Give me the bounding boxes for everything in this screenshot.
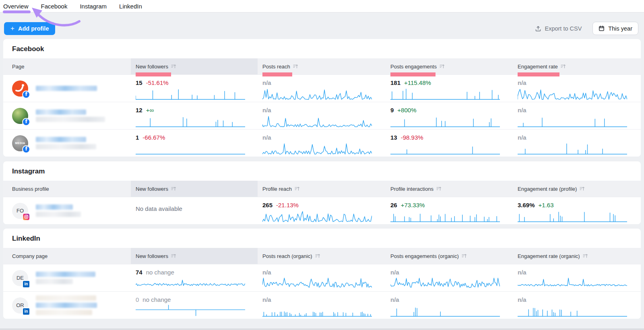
metric-value: n/a (262, 296, 271, 303)
export-csv-label: Export to CSV (545, 25, 582, 32)
metric-value: 1 (136, 134, 139, 141)
column-header-engagement-rate-organic[interactable]: Engagement rate (organic) (513, 248, 641, 264)
metric-cell: n/a (513, 292, 641, 319)
metric-value: n/a (518, 269, 526, 276)
profile-cell[interactable]: FO (3, 197, 131, 224)
sparkline-chart (136, 277, 245, 289)
tab-instagram[interactable]: Instagram (80, 3, 107, 10)
export-csv-button[interactable]: Export to CSV (535, 25, 582, 32)
profile-cell[interactable]: MEDIAf (3, 130, 131, 157)
metric-change: no change (142, 296, 171, 303)
sparkline-chart (262, 142, 372, 155)
sparkline-chart (518, 277, 627, 289)
column-header-posts-engagements-organic[interactable]: Posts engagements (organic) (386, 248, 513, 264)
sparkline-chart (390, 115, 500, 127)
metric-value: n/a (262, 107, 271, 113)
metric-value: 181 (390, 79, 400, 86)
tab-linkedin[interactable]: LinkedIn (119, 3, 142, 10)
blurred-profile-name (36, 295, 97, 315)
date-range-label: This year (608, 25, 632, 32)
blurred-profile-name (36, 137, 96, 149)
toolbar-right: Export to CSV This year (535, 22, 638, 35)
sparkline-chart (390, 88, 500, 100)
metric-value: n/a (518, 134, 526, 141)
sort-icon (171, 186, 176, 191)
sparkline-chart (262, 305, 372, 317)
metric-value: n/a (518, 79, 526, 86)
profile-cell[interactable]: ORin (3, 292, 131, 319)
date-range-button[interactable]: This year (592, 22, 638, 35)
metric-cell: 0no change (131, 292, 258, 319)
blurred-profile-name (36, 204, 81, 217)
sort-icon (440, 64, 445, 69)
facebook-badge-icon: f (22, 91, 30, 99)
metric-value: 26 (390, 202, 397, 208)
sparkline-chart (262, 210, 372, 222)
profile-row: MEDIAf1-66.67%n/a13-98.93%n/a (3, 129, 641, 157)
blurred-profile-name (36, 109, 105, 122)
metric-change: +800% (397, 107, 416, 113)
calendar-icon (599, 25, 605, 31)
sparkline-chart (262, 277, 372, 289)
profile-avatar: FO (12, 203, 28, 219)
blurred-name-line (36, 86, 97, 91)
sparkline-chart (390, 210, 500, 222)
blurred-name-line (36, 310, 92, 315)
column-header-engagement-rate-profile[interactable]: Engagement rate (profile) (513, 181, 641, 197)
profile-cell[interactable]: f (3, 75, 131, 102)
metric-change: +1.63 (539, 202, 554, 208)
metric-value: n/a (518, 296, 526, 303)
blurred-profile-name (36, 86, 97, 91)
annotation-highlight-bar (518, 72, 559, 76)
export-icon (535, 25, 541, 32)
metric-cell: n/a (513, 75, 641, 102)
plus-icon: + (10, 25, 14, 32)
toolbar: + Add profile Export to CSV This year (4, 22, 638, 35)
metric-change: -21.13% (276, 202, 299, 208)
add-profile-button[interactable]: + Add profile (4, 22, 55, 35)
metric-cell: 265-21.13% (258, 197, 386, 224)
metric-value: 265 (262, 202, 272, 208)
metric-value: 12 (136, 107, 142, 113)
profile-cell[interactable]: DEin (3, 264, 131, 291)
column-header-new-followers[interactable]: New followers (131, 181, 258, 197)
tab-overview[interactable]: Overview (3, 3, 29, 10)
profile-row: FONo data available265-21.13%26+73.33%3.… (3, 197, 641, 224)
metric-cell: n/a (258, 102, 386, 129)
profile-avatar: f (12, 80, 28, 97)
metric-value: 0 (136, 296, 139, 303)
sparkline-chart (136, 305, 245, 317)
blurred-name-line (36, 117, 105, 122)
sparkline-chart (262, 88, 372, 100)
blurred-name-line (36, 144, 96, 149)
facebook-badge-icon: f (22, 145, 30, 153)
column-header-engagement-rate[interactable]: Engagement rate (513, 58, 641, 74)
metric-cell: 1-66.67% (131, 130, 258, 157)
metric-cell: 12+∞ (131, 102, 258, 129)
column-header-new-followers[interactable]: New followers (131, 248, 258, 264)
blurred-name-line (36, 295, 96, 301)
metric-value: 3.69% (518, 202, 535, 208)
tab-facebook[interactable]: Facebook (41, 3, 68, 10)
table-header-row: Business profileNew followersProfile rea… (3, 181, 641, 197)
section-title: Facebook (3, 39, 641, 58)
section-linkedin: LinkedInCompany pageNew followersPosts r… (3, 229, 641, 319)
profile-avatar: ORin (12, 297, 28, 314)
sections-container: FacebookPageNew followersPosts reachPost… (0, 39, 644, 319)
metric-cell: 9+800% (386, 102, 513, 129)
blurred-name-line (36, 204, 73, 210)
column-header-profile-reach[interactable]: Profile reach (258, 181, 386, 197)
column-header-posts-engagements[interactable]: Posts engagements (386, 58, 513, 74)
section-facebook: FacebookPageNew followersPosts reachPost… (3, 39, 641, 157)
metric-value: n/a (390, 296, 399, 303)
metric-value: n/a (262, 79, 271, 86)
column-header-new-followers[interactable]: New followers (131, 58, 258, 74)
column-header-posts-reach-organic[interactable]: Posts reach (organic) (258, 248, 386, 264)
metric-value: n/a (262, 269, 271, 276)
column-header-posts-reach[interactable]: Posts reach (258, 58, 386, 74)
instagram-badge-icon (22, 213, 30, 221)
profile-cell[interactable]: f (3, 102, 131, 129)
column-header-profile-interactions[interactable]: Profile interactions (386, 181, 513, 197)
table-header-row: Company pageNew followersPosts reach (or… (3, 248, 641, 264)
metric-cell: n/a (513, 102, 641, 129)
